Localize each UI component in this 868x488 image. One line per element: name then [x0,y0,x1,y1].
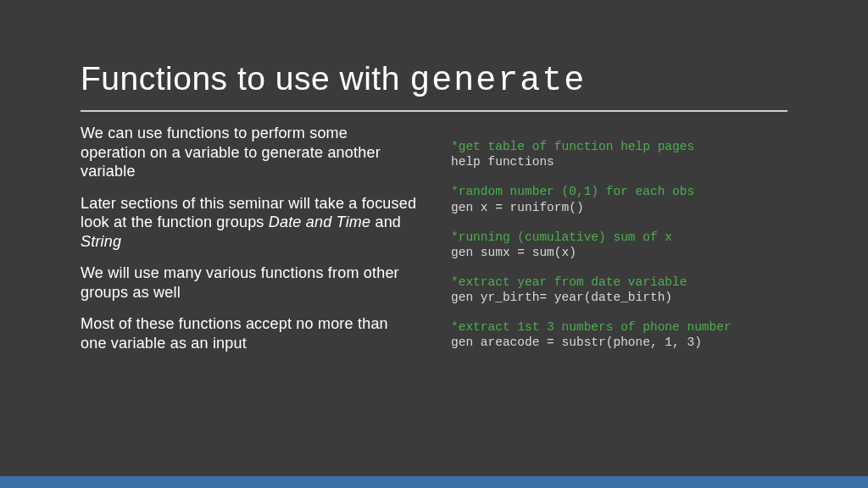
code-4: gen yr_birth= year(date_birth) [451,291,672,304]
code-block-5: *extract 1st 3 numbers of phone number g… [451,319,787,350]
p2-italic-1: Date and Time [269,214,371,230]
code-3: gen sumx = sum(x) [451,246,576,259]
code-block-1: *get table of function help pages help f… [451,139,787,169]
code-2: gen x = runiform() [451,201,584,214]
comment-5: *extract 1st 3 numbers of phone number [451,320,732,334]
p2-italic-2: String [81,233,121,250]
code-1: help functions [451,155,554,169]
code-block-4: *extract year from date variable gen yr_… [451,274,787,305]
footer-accent-bar [0,476,868,488]
comment-4: *extract year from date variable [451,275,687,289]
content-columns: We can use functions to perform some ope… [81,124,787,396]
paragraph-2: Later sections of this seminar will take… [81,194,417,252]
code-column: *get table of function help pages help f… [451,124,787,396]
code-5: gen areacode = substr(phone, 1, 3) [451,336,702,349]
title-mono: generate [409,62,586,100]
slide: Functions to use with generate We can us… [0,0,868,396]
title-rule [81,110,787,112]
paragraph-3: We will use many various functions from … [81,263,417,302]
p2-part-c: and [370,214,401,230]
paragraph-4: Most of these functions accept no more t… [81,314,417,352]
code-block-2: *random number (0,1) for each obs gen x … [451,184,787,214]
text-column: We can use functions to perform some ope… [81,124,417,396]
comment-1: *get table of function help pages [451,140,694,153]
title-prefix: Functions to use with [81,60,409,97]
comment-3: *running (cumulative) sum of x [451,230,672,244]
paragraph-1: We can use functions to perform some ope… [81,124,417,181]
comment-2: *random number (0,1) for each obs [451,185,694,198]
code-block-3: *running (cumulative) sum of x gen sumx … [451,230,787,260]
slide-title: Functions to use with generate [81,59,787,102]
